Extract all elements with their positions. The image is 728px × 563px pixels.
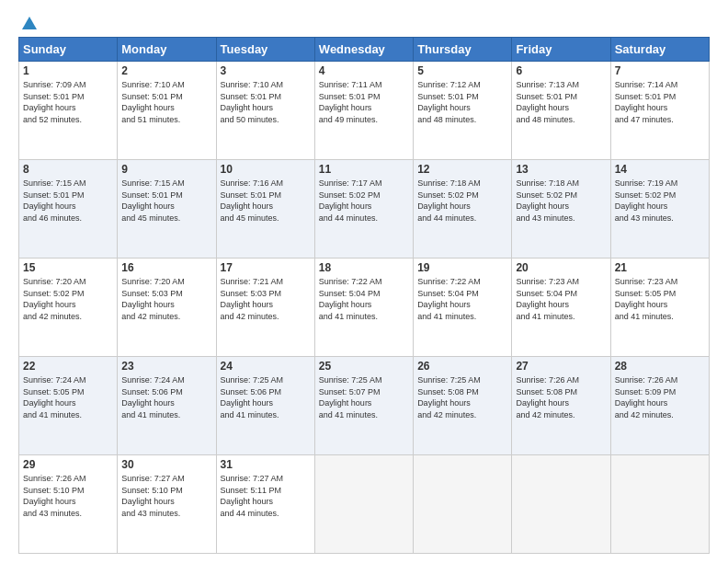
day-info: Sunrise: 7:25 AMSunset: 5:08 PMDaylight … bbox=[417, 374, 507, 420]
day-number: 23 bbox=[121, 360, 211, 373]
day-info: Sunrise: 7:15 AMSunset: 5:01 PMDaylight … bbox=[121, 178, 211, 224]
day-number: 16 bbox=[121, 261, 211, 274]
calendar-cell: 2Sunrise: 7:10 AMSunset: 5:01 PMDaylight… bbox=[118, 62, 216, 160]
day-info: Sunrise: 7:24 AMSunset: 5:05 PMDaylight … bbox=[23, 374, 113, 420]
day-info: Sunrise: 7:25 AMSunset: 5:06 PMDaylight … bbox=[221, 374, 311, 420]
day-info: Sunrise: 7:20 AMSunset: 5:02 PMDaylight … bbox=[23, 276, 113, 322]
calendar-cell: 25Sunrise: 7:25 AMSunset: 5:07 PMDayligh… bbox=[314, 357, 413, 455]
day-info: Sunrise: 7:17 AMSunset: 5:02 PMDaylight … bbox=[319, 178, 409, 224]
day-number: 30 bbox=[121, 458, 211, 471]
day-number: 9 bbox=[121, 163, 211, 176]
calendar-cell: 16Sunrise: 7:20 AMSunset: 5:03 PMDayligh… bbox=[118, 259, 216, 357]
calendar-cell: 11Sunrise: 7:17 AMSunset: 5:02 PMDayligh… bbox=[314, 160, 413, 259]
day-number: 27 bbox=[516, 360, 606, 373]
week-row-4: 22Sunrise: 7:24 AMSunset: 5:05 PMDayligh… bbox=[19, 357, 710, 455]
week-row-3: 15Sunrise: 7:20 AMSunset: 5:02 PMDayligh… bbox=[19, 259, 710, 357]
day-number: 22 bbox=[23, 360, 113, 373]
day-info: Sunrise: 7:26 AMSunset: 5:10 PMDaylight … bbox=[23, 473, 113, 519]
day-info: Sunrise: 7:26 AMSunset: 5:08 PMDaylight … bbox=[516, 374, 606, 420]
calendar-cell: 26Sunrise: 7:25 AMSunset: 5:08 PMDayligh… bbox=[414, 357, 512, 455]
calendar-table: SundayMondayTuesdayWednesdayThursdayFrid… bbox=[18, 37, 710, 554]
day-number: 11 bbox=[319, 163, 409, 176]
calendar-cell: 14Sunrise: 7:19 AMSunset: 5:02 PMDayligh… bbox=[610, 160, 709, 259]
day-number: 24 bbox=[221, 360, 311, 373]
weekday-header-monday: Monday bbox=[118, 38, 216, 62]
logo-icon bbox=[20, 15, 39, 33]
day-number: 13 bbox=[516, 163, 606, 176]
day-info: Sunrise: 7:27 AMSunset: 5:11 PMDaylight … bbox=[221, 473, 311, 519]
day-number: 14 bbox=[615, 163, 705, 176]
day-info: Sunrise: 7:19 AMSunset: 5:02 PMDaylight … bbox=[615, 178, 705, 224]
day-number: 15 bbox=[23, 261, 113, 274]
week-row-2: 8Sunrise: 7:15 AMSunset: 5:01 PMDaylight… bbox=[19, 160, 710, 259]
day-number: 31 bbox=[221, 458, 311, 471]
calendar-cell bbox=[512, 455, 610, 554]
calendar-cell: 8Sunrise: 7:15 AMSunset: 5:01 PMDaylight… bbox=[19, 160, 118, 259]
day-info: Sunrise: 7:09 AMSunset: 5:01 PMDaylight … bbox=[23, 79, 113, 125]
week-row-5: 29Sunrise: 7:26 AMSunset: 5:10 PMDayligh… bbox=[19, 455, 710, 554]
day-number: 26 bbox=[417, 360, 507, 373]
day-number: 1 bbox=[23, 64, 113, 77]
day-info: Sunrise: 7:20 AMSunset: 5:03 PMDaylight … bbox=[121, 276, 211, 322]
calendar-cell: 9Sunrise: 7:15 AMSunset: 5:01 PMDaylight… bbox=[118, 160, 216, 259]
day-number: 28 bbox=[615, 360, 705, 373]
weekday-header-thursday: Thursday bbox=[414, 38, 512, 62]
calendar-cell: 28Sunrise: 7:26 AMSunset: 5:09 PMDayligh… bbox=[610, 357, 709, 455]
logo bbox=[18, 15, 39, 29]
weekday-header-tuesday: Tuesday bbox=[216, 38, 314, 62]
calendar-cell: 17Sunrise: 7:21 AMSunset: 5:03 PMDayligh… bbox=[216, 259, 314, 357]
day-info: Sunrise: 7:24 AMSunset: 5:06 PMDaylight … bbox=[121, 374, 211, 420]
calendar-cell: 10Sunrise: 7:16 AMSunset: 5:01 PMDayligh… bbox=[216, 160, 314, 259]
day-number: 18 bbox=[319, 261, 409, 274]
day-info: Sunrise: 7:10 AMSunset: 5:01 PMDaylight … bbox=[121, 79, 211, 125]
day-info: Sunrise: 7:12 AMSunset: 5:01 PMDaylight … bbox=[417, 79, 507, 125]
calendar-cell: 3Sunrise: 7:10 AMSunset: 5:01 PMDaylight… bbox=[216, 62, 314, 160]
day-info: Sunrise: 7:27 AMSunset: 5:10 PMDaylight … bbox=[121, 473, 211, 519]
svg-marker-0 bbox=[22, 17, 37, 29]
day-info: Sunrise: 7:10 AMSunset: 5:01 PMDaylight … bbox=[221, 79, 311, 125]
weekday-header-friday: Friday bbox=[512, 38, 610, 62]
day-info: Sunrise: 7:18 AMSunset: 5:02 PMDaylight … bbox=[516, 178, 606, 224]
calendar-cell: 24Sunrise: 7:25 AMSunset: 5:06 PMDayligh… bbox=[216, 357, 314, 455]
weekday-header-row: SundayMondayTuesdayWednesdayThursdayFrid… bbox=[19, 38, 710, 62]
day-info: Sunrise: 7:15 AMSunset: 5:01 PMDaylight … bbox=[23, 178, 113, 224]
header bbox=[18, 15, 710, 29]
weekday-header-wednesday: Wednesday bbox=[314, 38, 413, 62]
day-number: 6 bbox=[516, 64, 606, 77]
calendar-cell: 29Sunrise: 7:26 AMSunset: 5:10 PMDayligh… bbox=[19, 455, 118, 554]
day-number: 10 bbox=[221, 163, 311, 176]
day-number: 20 bbox=[516, 261, 606, 274]
day-number: 19 bbox=[417, 261, 507, 274]
week-row-1: 1Sunrise: 7:09 AMSunset: 5:01 PMDaylight… bbox=[19, 62, 710, 160]
calendar-cell: 18Sunrise: 7:22 AMSunset: 5:04 PMDayligh… bbox=[314, 259, 413, 357]
weekday-header-saturday: Saturday bbox=[610, 38, 709, 62]
calendar-cell: 13Sunrise: 7:18 AMSunset: 5:02 PMDayligh… bbox=[512, 160, 610, 259]
day-info: Sunrise: 7:23 AMSunset: 5:04 PMDaylight … bbox=[516, 276, 606, 322]
day-number: 2 bbox=[121, 64, 211, 77]
calendar-cell bbox=[414, 455, 512, 554]
day-number: 7 bbox=[615, 64, 705, 77]
day-number: 5 bbox=[417, 64, 507, 77]
calendar-cell: 4Sunrise: 7:11 AMSunset: 5:01 PMDaylight… bbox=[314, 62, 413, 160]
calendar-cell: 21Sunrise: 7:23 AMSunset: 5:05 PMDayligh… bbox=[610, 259, 709, 357]
day-number: 21 bbox=[615, 261, 705, 274]
day-info: Sunrise: 7:26 AMSunset: 5:09 PMDaylight … bbox=[615, 374, 705, 420]
calendar-cell: 22Sunrise: 7:24 AMSunset: 5:05 PMDayligh… bbox=[19, 357, 118, 455]
day-number: 17 bbox=[221, 261, 311, 274]
day-info: Sunrise: 7:11 AMSunset: 5:01 PMDaylight … bbox=[319, 79, 409, 125]
day-number: 3 bbox=[221, 64, 311, 77]
calendar-cell: 12Sunrise: 7:18 AMSunset: 5:02 PMDayligh… bbox=[414, 160, 512, 259]
calendar-cell: 1Sunrise: 7:09 AMSunset: 5:01 PMDaylight… bbox=[19, 62, 118, 160]
calendar-cell: 5Sunrise: 7:12 AMSunset: 5:01 PMDaylight… bbox=[414, 62, 512, 160]
day-info: Sunrise: 7:22 AMSunset: 5:04 PMDaylight … bbox=[319, 276, 409, 322]
calendar-cell: 30Sunrise: 7:27 AMSunset: 5:10 PMDayligh… bbox=[118, 455, 216, 554]
calendar-cell bbox=[610, 455, 709, 554]
day-info: Sunrise: 7:23 AMSunset: 5:05 PMDaylight … bbox=[615, 276, 705, 322]
calendar-cell: 20Sunrise: 7:23 AMSunset: 5:04 PMDayligh… bbox=[512, 259, 610, 357]
day-info: Sunrise: 7:22 AMSunset: 5:04 PMDaylight … bbox=[417, 276, 507, 322]
calendar-cell: 6Sunrise: 7:13 AMSunset: 5:01 PMDaylight… bbox=[512, 62, 610, 160]
calendar-cell bbox=[314, 455, 413, 554]
page: SundayMondayTuesdayWednesdayThursdayFrid… bbox=[0, 0, 728, 563]
day-number: 29 bbox=[23, 458, 113, 471]
day-info: Sunrise: 7:25 AMSunset: 5:07 PMDaylight … bbox=[319, 374, 409, 420]
